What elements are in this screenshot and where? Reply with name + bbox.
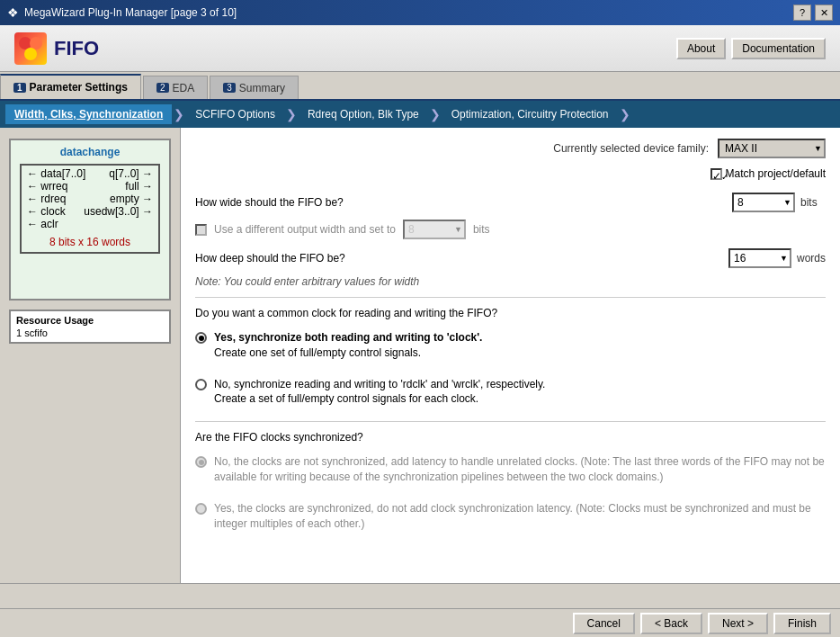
sig-q-right: q[7..0] → xyxy=(109,167,153,180)
match-project-label: Match project/default xyxy=(726,167,826,180)
tabs-row: 1 Parameter Settings 2 EDA 3 Summary xyxy=(0,72,840,101)
diagram-row-1: ← data[7..0] q[7..0] → xyxy=(27,167,153,180)
width-value-row: 8 bits xyxy=(732,193,826,212)
nav-arrow-2: ❯ xyxy=(286,107,297,121)
nav-arrow-3: ❯ xyxy=(430,107,441,121)
device-family-select-wrapper[interactable]: MAX II xyxy=(718,139,826,158)
divider-2 xyxy=(195,421,826,422)
help-button[interactable]: ? xyxy=(793,4,811,21)
sync-question-section: Are the FIFO clocks synchronized? No, th… xyxy=(195,431,826,534)
divider-1 xyxy=(195,297,826,298)
title-bar-title: ❖ MegaWizard Plug-In Manager [page 3 of … xyxy=(7,5,237,20)
clock-radio-no[interactable] xyxy=(195,379,207,390)
clock-option-yes[interactable]: Yes, synchronize both reading and writin… xyxy=(195,327,826,364)
diagram-row-3: ← rdreq empty → xyxy=(27,193,153,205)
tab-label-1: Parameter Settings xyxy=(30,81,128,94)
output-width-checkbox[interactable] xyxy=(195,224,207,236)
finish-button[interactable]: Finish xyxy=(773,613,831,634)
tab-summary[interactable]: 3 Summary xyxy=(210,76,299,99)
output-width-row: Use a different output width and set to … xyxy=(195,220,826,239)
app-icon: ❖ xyxy=(7,5,19,20)
clock-question-section: Do you want a common clock for reading a… xyxy=(195,307,826,410)
device-family-select[interactable]: MAX II xyxy=(718,139,826,158)
match-project-checkbox[interactable]: ✓ xyxy=(710,168,722,180)
sync-option-no: No, the clocks are not synchronized, add… xyxy=(195,451,826,489)
tab-eda[interactable]: 2 EDA xyxy=(143,76,208,99)
nav-arrow-4: ❯ xyxy=(620,107,630,121)
close-button[interactable]: ✕ xyxy=(815,4,833,21)
diagram-row-2: ← wrreq full → xyxy=(27,180,153,193)
output-width-select[interactable]: 8 xyxy=(403,220,466,239)
about-button[interactable]: About xyxy=(676,38,726,59)
sync-radio-yes[interactable] xyxy=(195,503,207,515)
header-buttons: About Documentation xyxy=(676,38,826,59)
clock-option-no-text: No, synchronize reading and writing to '… xyxy=(214,377,545,408)
output-width-unit: bits xyxy=(473,223,490,236)
depth-value-row: 16 words xyxy=(728,248,826,268)
nav-item-optimization[interactable]: Optimization, Circuitry Protection xyxy=(442,104,618,124)
tab-label-2: EDA xyxy=(173,82,195,94)
documentation-button[interactable]: Documentation xyxy=(731,38,826,59)
output-width-label: Use a different output width and set to xyxy=(214,223,396,236)
output-width-select-wrapper: 8 xyxy=(403,220,466,239)
nav-item-rdreq[interactable]: Rdreq Option, Blk Type xyxy=(299,104,428,124)
clock-question: Do you want a common clock for reading a… xyxy=(195,307,826,319)
bottom-bar xyxy=(0,583,840,608)
clock-radio-yes[interactable] xyxy=(195,332,207,344)
width-question-row: How wide should the FIFO be? 8 bits xyxy=(195,193,826,212)
title-bar-controls: ? ✕ xyxy=(793,4,833,21)
nav-item-width[interactable]: Width, Clks, Synchronization xyxy=(5,104,172,124)
resource-title: Resource Usage xyxy=(16,315,164,326)
tab-num-3: 3 xyxy=(223,83,236,93)
sig-empty-right: empty → xyxy=(110,193,153,205)
footer: Cancel < Back Next > Finish xyxy=(0,608,840,637)
fifo-logo-icon xyxy=(14,32,47,65)
nav-item-scfifo[interactable]: SCFIFO Options xyxy=(186,104,284,124)
clock-option-yes-text: Yes, synchronize both reading and writin… xyxy=(214,330,482,361)
next-button[interactable]: Next > xyxy=(708,613,768,634)
cancel-button[interactable]: Cancel xyxy=(573,613,635,634)
resource-item-1: 1 scfifo xyxy=(16,327,164,338)
sync-option-yes: Yes, the clocks are synchronized, do not… xyxy=(195,498,826,535)
diagram-row-4: ← clock usedw[3..0] → xyxy=(27,205,153,218)
sig-full-right: full → xyxy=(125,180,153,193)
depth-select-wrapper[interactable]: 16 xyxy=(728,248,791,268)
svg-point-1 xyxy=(30,37,42,49)
diagram-row-5: ← aclr xyxy=(27,218,153,230)
device-family-label: Currently selected device family: xyxy=(553,142,709,155)
match-row: ✓ Match project/default xyxy=(195,167,826,180)
tab-parameter-settings[interactable]: 1 Parameter Settings xyxy=(0,74,141,99)
nav-arrow-1: ❯ xyxy=(174,107,184,121)
sync-question: Are the FIFO clocks synchronized? xyxy=(195,431,826,444)
sync-option-no-text: No, the clocks are not synchronized, add… xyxy=(214,454,826,485)
note-text: Note: You could enter arbitrary values f… xyxy=(195,275,826,288)
sig-data-left: ← data[7..0] xyxy=(27,167,85,180)
component-title: datachange xyxy=(16,146,164,158)
sig-aclr-left: ← aclr xyxy=(27,218,58,230)
sync-radio-no[interactable] xyxy=(195,456,207,468)
width-select-wrapper[interactable]: 8 xyxy=(732,193,795,212)
width-question: How wide should the FIFO be? xyxy=(195,196,723,209)
app-title: FIFO xyxy=(54,37,99,60)
right-panel: Currently selected device family: MAX II… xyxy=(180,128,840,583)
sig-wrreq-left: ← wrreq xyxy=(27,180,67,193)
clock-option-no[interactable]: No, synchronize reading and writing to '… xyxy=(195,373,826,411)
main-area: datachange ← data[7..0] q[7..0] → ← wrre… xyxy=(0,128,840,583)
svg-point-2 xyxy=(24,48,37,60)
sync-option-yes-text: Yes, the clocks are synchronized, do not… xyxy=(214,501,826,532)
header-logo: FIFO xyxy=(14,32,99,65)
depth-question-row: How deep should the FIFO be? 16 words xyxy=(195,248,826,268)
back-button[interactable]: < Back xyxy=(640,613,702,634)
nav-bar: Width, Clks, Synchronization ❯ SCFIFO Op… xyxy=(0,101,840,128)
sig-clock-left: ← clock xyxy=(27,205,66,218)
depth-select[interactable]: 16 xyxy=(728,248,791,268)
sig-rdreq-left: ← rdreq xyxy=(27,193,66,205)
header: FIFO About Documentation xyxy=(0,25,840,72)
depth-question: How deep should the FIFO be? xyxy=(195,252,719,265)
resource-box: Resource Usage 1 scfifo xyxy=(9,310,171,344)
component-info-text: 8 bits x 16 words xyxy=(27,234,153,250)
component-diagram-box: datachange ← data[7..0] q[7..0] → ← wrre… xyxy=(9,139,171,301)
width-select[interactable]: 8 xyxy=(732,193,795,212)
match-project-checkbox-label[interactable]: ✓ Match project/default xyxy=(710,167,826,180)
width-unit: bits xyxy=(800,196,826,209)
